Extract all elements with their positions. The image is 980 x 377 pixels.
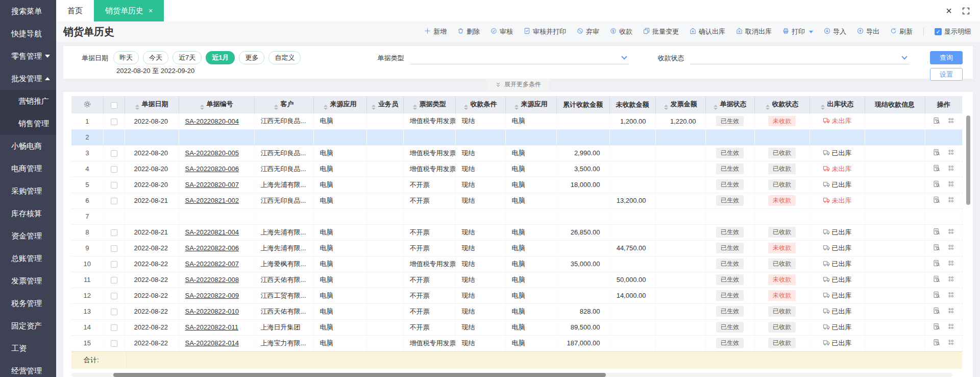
date-pill[interactable]: 近7天 [173,51,202,64]
more-actions-icon[interactable] [947,260,954,267]
table-row[interactable]: 62022-08-21SA-20220821-002江西无印良品...电脑不开票… [71,193,962,208]
column-header-source_app2[interactable]: 来源应用 [505,96,556,113]
row-checkbox[interactable] [111,245,117,252]
view-detail-icon[interactable] [933,196,940,203]
sort-icon[interactable] [413,105,417,110]
toolbar-audit-print-button[interactable]: 审核并打印 [524,27,566,36]
select-all-checkbox[interactable] [111,102,117,109]
tab-sales-history[interactable]: 销货单历史 × [94,0,164,21]
table-row[interactable]: 122022-08-22SA-20220822-009江西工贸有限...电脑不开… [71,288,962,303]
view-detail-icon[interactable] [933,260,940,267]
toolbar-confirm-out-button[interactable]: 确认出库 [690,27,725,36]
fullscreen-icon[interactable] [962,7,970,15]
sidebar-item-12[interactable]: 发票管理 [0,270,56,292]
date-pill[interactable]: 昨天 [113,51,139,64]
column-header-date[interactable]: 单据日期 [125,96,179,113]
sort-icon[interactable] [464,105,468,110]
view-detail-icon[interactable] [933,180,940,187]
column-header-source_app[interactable]: 来源应用 [313,96,366,113]
row-checkbox[interactable] [111,293,117,299]
column-header-doc_status[interactable]: 单据状态 [705,96,754,113]
more-actions-icon[interactable] [947,244,954,251]
more-actions-icon[interactable] [947,275,954,282]
tab-home[interactable]: 首页 [56,0,94,21]
view-detail-icon[interactable] [933,339,940,346]
more-actions-icon[interactable] [947,323,954,330]
column-header-receive_status[interactable]: 收款状态 [754,96,810,113]
toolbar-refresh-button[interactable]: 刷新 [890,27,913,36]
sidebar-item-5[interactable]: 销售管理 [0,112,56,135]
pay-status-select[interactable] [690,51,910,64]
more-actions-icon[interactable] [947,307,954,314]
row-checkbox[interactable] [111,340,117,347]
table-row[interactable]: 7 [71,208,962,224]
toolbar-audit-button[interactable]: 审核 [491,27,513,36]
table-row[interactable]: 92022-08-22SA-20220822-006上海先浦有限...电脑不开票… [71,240,962,256]
tab-close-icon[interactable]: × [149,7,153,15]
horizontal-scrollbar[interactable] [71,373,952,377]
toolbar-batch-button[interactable]: 批量变更 [643,27,679,36]
date-pill[interactable]: 近1月 [206,51,235,64]
column-header-invoice_amount[interactable]: 发票金额 [655,96,705,113]
table-row[interactable]: 2 [71,129,962,145]
toolbar-cancel-out-button[interactable]: 取消出库 [736,27,772,36]
row-checkbox[interactable] [111,324,117,331]
table-row[interactable]: 142022-08-22SA-20220822-011上海日升集团电脑不开票现结… [71,319,962,335]
table-row[interactable]: 82022-08-21SA-20220821-004上海先浦有限...电脑不开票… [71,224,962,240]
toolbar-trash-button[interactable]: 删除 [457,27,480,36]
view-detail-icon[interactable] [933,228,940,235]
sort-icon[interactable] [274,105,278,110]
sidebar-item-10[interactable]: 资金管理 [0,225,56,247]
horizontal-scrollbar-thumb[interactable] [113,373,606,377]
column-header-customer[interactable]: 客户 [254,96,313,113]
more-actions-icon[interactable] [947,196,954,203]
view-detail-icon[interactable] [933,323,940,330]
doc-number-link[interactable]: SA-20220822-009 [185,292,239,299]
sidebar-item-3[interactable]: 批发管理 [0,67,56,90]
row-checkbox[interactable] [111,229,117,236]
sidebar-item-4[interactable]: 营销推广 [0,90,56,112]
sidebar-item-16[interactable]: 经营管理 [0,360,56,377]
show-detail-toggle[interactable]: ✓显示明细 [935,27,971,36]
row-checkbox[interactable] [111,119,117,125]
column-header-payment_terms[interactable]: 收款条件 [455,96,505,113]
toolbar-print-button[interactable]: 打印 [782,27,813,36]
sort-icon[interactable] [514,105,519,110]
table-row[interactable]: 102022-08-22SA-20220822-007上海爱枫有限...电脑增值… [71,256,962,272]
toolbar-abandon-button[interactable]: 弃审 [577,27,599,36]
doc-number-link[interactable]: SA-20220822-008 [185,276,239,284]
sort-icon[interactable] [324,105,328,110]
more-actions-icon[interactable] [947,117,954,124]
row-checkbox[interactable] [111,309,117,315]
sidebar-item-9[interactable]: 库存核算 [0,202,56,225]
toolbar-receive-button[interactable]: 收款 [610,27,632,36]
table-row[interactable]: 112022-08-22SA-20220822-008江西天佑有限...电脑不开… [71,272,962,288]
more-actions-icon[interactable] [947,339,954,346]
doc-number-link[interactable]: SA-20220822-007 [185,260,239,268]
table-row[interactable]: 42022-08-20SA-20220820-006江西无印良品...电脑增值税… [71,161,962,177]
sidebar-item-7[interactable]: 电商管理 [0,157,56,180]
doc-number-link[interactable]: SA-20220822-011 [185,323,239,331]
toolbar-plus-button[interactable]: 新增 [424,27,447,36]
more-actions-icon[interactable] [947,228,954,235]
settings-button[interactable]: 设置 [930,68,963,81]
sort-icon[interactable] [200,105,204,110]
table-row[interactable]: 12022-08-20SA-20220820-004江西无印良品...电脑增值税… [71,113,962,129]
view-detail-icon[interactable] [933,149,940,156]
sidebar-item-8[interactable]: 采购管理 [0,180,56,202]
more-actions-icon[interactable] [947,180,954,187]
table-row[interactable]: 32022-08-20SA-20220820-005江西无印良品...电脑增值税… [71,145,962,161]
doc-number-link[interactable]: SA-20220820-005 [185,149,239,157]
view-detail-icon[interactable] [933,291,940,298]
sidebar-item-11[interactable]: 总账管理 [0,247,56,270]
expand-more-conditions[interactable]: 展开更多条件 [487,79,549,91]
column-settings-gear-icon[interactable] [84,102,91,109]
column-header-outbound_status[interactable]: 出库状态 [810,96,865,113]
more-actions-icon[interactable] [947,164,954,172]
date-pill[interactable]: 今天 [143,51,168,64]
view-detail-icon[interactable] [933,307,940,314]
date-pill[interactable]: 更多 [239,51,264,64]
vertical-scrollbar-thumb[interactable] [966,115,970,205]
sidebar-item-15[interactable]: 工资 [0,337,56,360]
table-row[interactable]: 52022-08-20SA-20220820-007上海先浦有限...电脑不开票… [71,177,962,193]
